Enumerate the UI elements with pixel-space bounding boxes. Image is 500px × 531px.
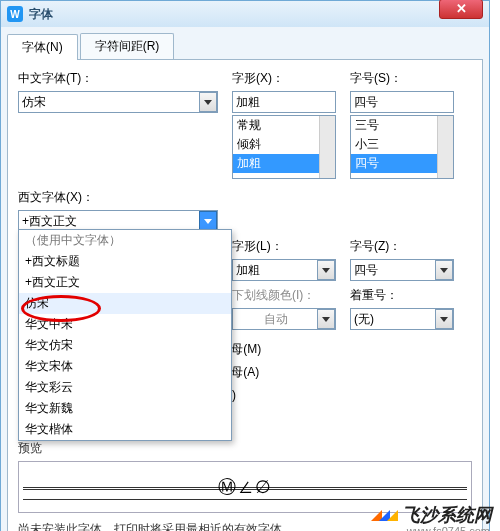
titlebar[interactable]: W 字体 ✕ [1,1,489,27]
chevron-down-icon [322,317,330,322]
watermark-name: 飞沙系统网 [402,503,492,527]
preview-glyph: Ⓜ∠∅ [218,475,273,499]
complex-size-drop-icon[interactable] [435,260,453,280]
chevron-down-icon [440,317,448,322]
chevron-down-icon [440,268,448,273]
en-font-label: 西文字体(X)： [18,189,218,206]
style-listbox[interactable]: 常规 倾斜 加粗 [232,115,336,179]
tab-font[interactable]: 字体(N) [7,34,78,60]
watermark-url: www.fs0745.com [407,525,490,531]
chevron-down-icon [204,219,212,224]
en-font-dropdown[interactable]: （使用中文字体） +西文标题 +西文正文 仿宋 华文中宋 华文仿宋 华文宋体 华… [18,229,232,441]
watermark: 飞沙系统网 www.fs0745.com [372,503,492,527]
complex-style-drop-icon[interactable] [317,260,335,280]
watermark-logo-icon [387,510,400,521]
preview-label: 预览 [18,440,472,457]
app-icon: W [7,6,23,22]
cn-font-combo[interactable] [18,91,218,113]
style-input[interactable] [232,91,336,113]
font-dialog: W 字体 ✕ 字体(N) 字符间距(R) 中文字体(T)： 字形(X)： 常规 … [0,0,490,531]
style-label: 字形(X)： [232,70,336,87]
dropdown-option[interactable]: （使用中文字体） [19,230,231,251]
complex-style-label: 字形(L)： [232,238,336,255]
tabstrip: 字体(N) 字符间距(R) [7,33,483,59]
font-panel: 中文字体(T)： 字形(X)： 常规 倾斜 加粗 字号(S)： [7,59,483,531]
tab-spacing[interactable]: 字符间距(R) [80,33,175,59]
cn-font-label: 中文字体(T)： [18,70,218,87]
scrollbar[interactable] [319,116,335,178]
en-font-drop-icon[interactable] [199,211,217,231]
dropdown-option[interactable]: 华文彩云 [19,377,231,398]
dropdown-option[interactable]: 华文新魏 [19,398,231,419]
emphasis-drop-icon[interactable] [435,309,453,329]
complex-size-label: 字号(Z)： [350,238,454,255]
close-button[interactable]: ✕ [439,0,483,19]
chevron-down-icon [204,100,212,105]
size-input[interactable] [350,91,454,113]
scrollbar[interactable] [437,116,453,178]
dropdown-option[interactable]: 华文宋体 [19,356,231,377]
dropdown-option[interactable]: 华文楷体 [19,419,231,440]
size-label: 字号(S)： [350,70,454,87]
dropdown-option[interactable]: 仿宋 [19,293,231,314]
emphasis-label: 着重号： [350,287,454,304]
dropdown-option[interactable]: 华文中宋 [19,314,231,335]
dropdown-option[interactable]: +西文正文 [19,272,231,293]
chevron-down-icon [322,268,330,273]
window-title: 字体 [29,6,483,23]
dropdown-option[interactable]: 华文仿宋 [19,335,231,356]
underline-color-label: 下划线颜色(I)： [232,287,336,304]
dropdown-option[interactable]: +西文标题 [19,251,231,272]
size-listbox[interactable]: 三号 小三 四号 [350,115,454,179]
cn-font-drop-icon[interactable] [199,92,217,112]
underline-color-drop-icon [317,309,335,329]
